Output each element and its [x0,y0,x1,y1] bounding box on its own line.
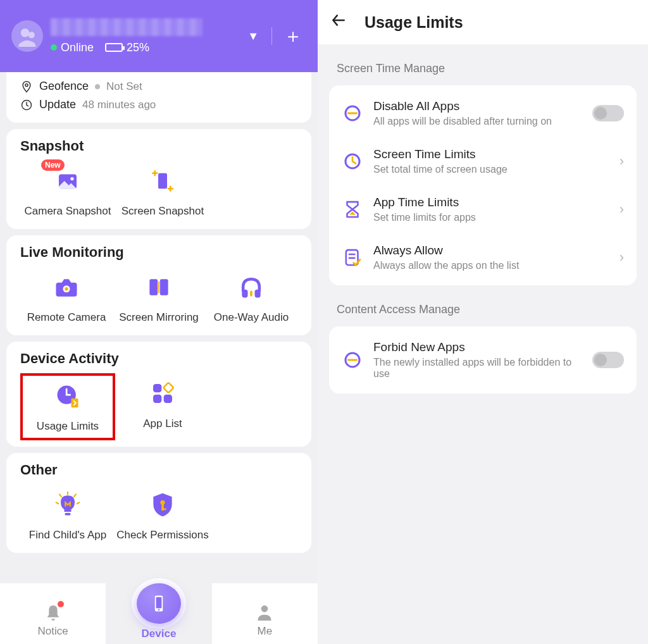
page-title: Usage Limits [364,13,463,32]
usage-limits-icon [54,382,82,410]
online-dot-icon [51,44,57,51]
find-child-app-label: Find Child's App [29,529,106,542]
snapshot-title: Snapshot [20,138,297,154]
app-time-sub: Set time limits for apps [373,212,609,223]
avatar[interactable] [11,20,43,52]
back-button[interactable] [330,12,347,33]
always-allow-row[interactable]: Always Allow Always allow the apps on th… [329,233,637,282]
svg-point-0 [21,28,30,37]
nav-device[interactable]: Device [106,583,211,644]
usage-limits-label: Usage Limits [37,420,99,433]
chevron-right-icon: › [620,249,624,266]
svg-rect-10 [160,279,168,295]
update-label: Update [39,98,76,111]
screen-time-limits-row[interactable]: Screen Time Limits Set total time of scr… [329,137,637,185]
update-value: 48 minutes ago [82,99,156,111]
disable-all-sub: All apps will be disabled after turning … [373,116,582,127]
user-name-redacted [51,18,202,36]
app-list-button[interactable]: App List [115,378,210,435]
live-monitoring-card: Live Monitoring Remote Camera [6,235,311,335]
hourglass-icon [342,199,363,220]
disable-all-apps-row[interactable]: Disable All Apps All apps will be disabl… [329,89,637,137]
screen-snapshot-label: Screen Snapshot [122,205,204,218]
geofence-label: Geofence [39,80,89,93]
profile-dropdown-icon[interactable]: ▼ [242,25,264,48]
status-battery: 25% [105,41,149,54]
screen-time-card: Disable All Apps All apps will be disabl… [329,85,637,285]
activity-title: Device Activity [20,350,297,367]
left-panel: Online 25% ▼ ＋ Geof [0,0,318,644]
snapshot-card: Snapshot New Camera Snapshot [6,129,311,229]
app-grid-icon [150,381,175,406]
app-time-limits-row[interactable]: App Time Limits Set time limits for apps… [329,185,637,233]
nav-notice-label: Notice [38,625,68,638]
app-list-label: App List [143,418,182,430]
check-permissions-label: Check Permissions [116,529,209,542]
svg-rect-12 [242,290,247,298]
update-row[interactable]: Update 48 minutes ago [20,96,297,114]
live-title: Live Monitoring [20,244,297,261]
svg-point-27 [261,605,268,612]
clock-icon [20,99,33,111]
other-title: Other [20,462,297,478]
remote-camera-label: Remote Camera [27,311,106,324]
app-time-title: App Time Limits [373,195,609,209]
mirroring-icon [145,273,173,301]
geofence-row[interactable]: Geofence Not Set [20,77,297,96]
svg-rect-13 [255,290,261,298]
user-block: Online 25% [51,18,242,54]
camera-snapshot-button[interactable]: New Camera Snapshot [20,166,115,218]
usage-limits-button[interactable]: Usage Limits [20,373,115,440]
group-screen-time: Screen Time Manage [337,62,637,75]
group-content-access: Content Access Manage [337,303,637,316]
svg-point-5 [70,177,73,180]
nav-me[interactable]: Me [212,583,318,644]
one-way-audio-label: One-Way Audio [214,311,289,324]
forbid-icon [342,349,363,371]
device-phone-icon [149,594,168,613]
clock-limit-icon [342,151,363,172]
avatar-placeholder-icon [16,25,38,47]
new-badge: New [41,159,65,171]
screen-snapshot-button[interactable]: Screen Snapshot [115,166,210,218]
screen-time-title: Screen Time Limits [373,147,609,161]
geofence-value: Not Set [106,80,142,93]
geofence-status-dot [95,84,100,89]
content-access-card: Forbid New Apps The newly installed apps… [329,326,637,393]
status-online: Online [51,41,94,54]
find-child-app-button[interactable]: Find Child's App [20,490,115,542]
screen-mirroring-button[interactable]: Screen Mirroring [113,272,205,324]
always-allow-sub: Always allow the apps on the list [373,260,609,271]
nav-me-label: Me [258,625,273,638]
info-card: Geofence Not Set Update 48 minutes ago [6,72,311,123]
left-content: Geofence Not Set Update 48 minutes ago S… [0,72,318,644]
chevron-right-icon: › [620,153,624,170]
remote-camera-button[interactable]: Remote Camera [20,272,113,324]
person-icon [254,603,275,623]
chevron-right-icon: › [620,201,624,218]
disable-icon [342,102,363,124]
header-separator [271,27,272,45]
check-permissions-button[interactable]: Check Permissions [115,490,210,542]
svg-rect-16 [153,384,161,392]
notice-badge-dot [58,601,64,607]
svg-rect-18 [164,395,172,403]
left-header: Online 25% ▼ ＋ [0,0,318,72]
one-way-audio-button[interactable]: One-Way Audio [205,272,297,324]
svg-rect-11 [158,282,159,293]
checklist-icon [342,247,363,268]
forbid-new-toggle[interactable] [592,352,624,368]
disable-all-toggle[interactable] [592,105,624,121]
other-card: Other Find Child's App [6,453,311,553]
nav-notice[interactable]: Notice [0,583,106,644]
forbid-new-sub: The newly installed apps will be forbidd… [373,357,582,380]
forbid-new-apps-row[interactable]: Forbid New Apps The newly installed apps… [329,330,637,390]
camera-snapshot-label: Camera Snapshot [24,205,111,218]
svg-rect-25 [156,597,162,609]
shield-key-icon [149,491,177,519]
always-allow-title: Always Allow [373,244,609,257]
svg-point-2 [25,84,28,86]
svg-rect-19 [163,383,173,393]
add-device-button[interactable]: ＋ [280,23,306,49]
arrow-left-icon [330,12,347,28]
